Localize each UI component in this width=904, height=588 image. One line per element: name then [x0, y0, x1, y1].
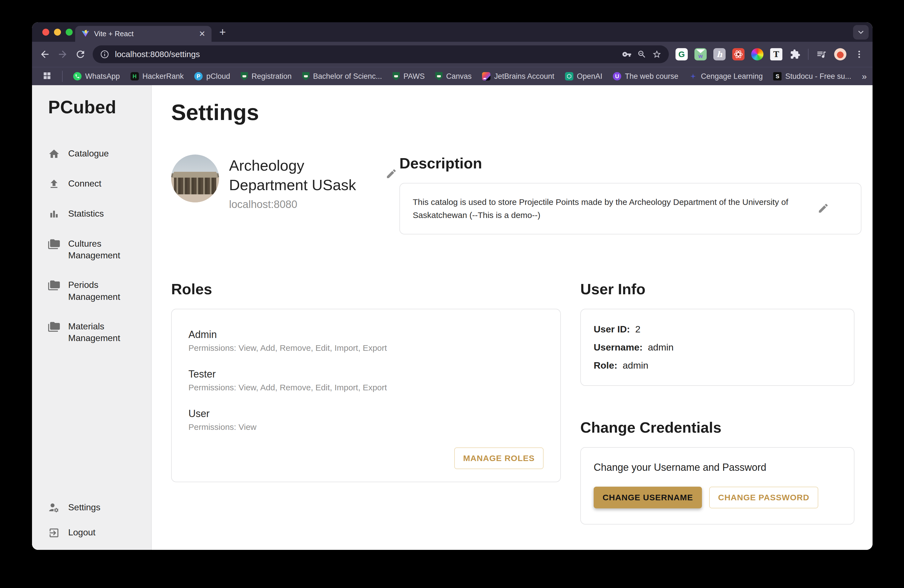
manage-roles-button[interactable]: MANAGE ROLES [454, 447, 544, 469]
user-info-section: User Info User ID: 2 Username: admin Rol… [580, 280, 855, 386]
back-icon[interactable] [39, 49, 51, 60]
user-info-row: User ID: 2 [594, 324, 841, 335]
role-permissions: Permissions: View, Add, Remove, Edit, Im… [188, 343, 544, 353]
zoom-out-icon[interactable] [637, 49, 646, 59]
exit-to-app-icon [48, 527, 60, 539]
hackerrank-icon: H [131, 72, 139, 81]
bookmarks-divider [62, 71, 63, 82]
address-bar[interactable]: localhost:8080/settings [93, 45, 669, 63]
bookmark-item[interactable]: U The web course [613, 72, 678, 81]
usask-crest-icon [392, 72, 400, 81]
role-item: User Permissions: View [188, 408, 544, 432]
role-permissions: Permissions: View, Add, Remove, Edit, Im… [188, 383, 544, 392]
bookmark-item[interactable]: JetBrains Account [482, 72, 554, 81]
close-window-button[interactable] [42, 28, 49, 36]
bookmarks-bar: WhatsApp H HackerRank P pCloud Registrat… [32, 67, 872, 85]
h-extension-icon[interactable]: h [713, 48, 725, 60]
change-password-button[interactable]: CHANGE PASSWORD [709, 487, 818, 508]
reload-icon[interactable] [75, 49, 86, 60]
browser-toolbar: localhost:8080/settings G w h T [32, 42, 872, 67]
tab-strip: Vite + React ✕ + [32, 22, 872, 42]
color-wheel-extension-icon[interactable] [751, 48, 763, 60]
tab-close-icon[interactable]: ✕ [199, 30, 205, 38]
site-info-icon[interactable] [100, 49, 109, 59]
tab-search-button[interactable] [853, 25, 869, 40]
change-username-button[interactable]: CHANGE USERNAME [594, 487, 702, 508]
edit-catalog-name-button[interactable] [383, 166, 400, 183]
password-key-icon[interactable] [622, 49, 632, 59]
fullscreen-window-button[interactable] [66, 28, 73, 36]
bookmark-item[interactable]: P pCloud [194, 72, 230, 81]
text-tool-extension-icon[interactable]: T [770, 48, 782, 60]
usask-crest-icon [435, 72, 443, 81]
roles-heading: Roles [171, 280, 561, 298]
window-controls [42, 28, 73, 36]
sidebar-item-catalogue[interactable]: Catalogue [48, 147, 145, 160]
forward-icon[interactable] [57, 49, 68, 60]
bookmark-item[interactable]: S Studocu - Free su... [773, 72, 851, 81]
openai-icon [565, 72, 573, 81]
apps-grid-icon[interactable] [43, 71, 52, 81]
sidebar-item-logout[interactable]: Logout [48, 526, 145, 539]
extensions-puzzle-icon[interactable] [789, 48, 801, 60]
description-heading: Description [400, 155, 861, 172]
bookmark-item[interactable]: Registration [241, 72, 292, 81]
bookmark-item[interactable]: H HackerRank [131, 72, 184, 81]
change-credentials-section: Change Credentials Change your Username … [580, 419, 855, 525]
bar-chart-icon [48, 208, 60, 220]
sidebar-item-cultures-management[interactable]: Cultures Management [48, 238, 145, 261]
sidebar-item-connect[interactable]: Connect [48, 178, 145, 190]
studocu-icon: S [773, 72, 782, 81]
browser-tab[interactable]: Vite + React ✕ [75, 26, 212, 42]
pcloud-icon: P [194, 72, 202, 81]
role-item: Admin Permissions: View, Add, Remove, Ed… [188, 329, 544, 353]
role-name: User [188, 408, 544, 420]
edit-description-button[interactable] [815, 200, 831, 217]
usask-crest-icon [302, 72, 310, 81]
roles-section: Roles Admin Permissions: View, Add, Remo… [171, 280, 561, 482]
catalog-avatar [171, 155, 219, 202]
catalog-profile: Archeology Department USask localhost:80… [171, 155, 400, 210]
bookmark-item[interactable]: Canvas [435, 72, 472, 81]
user-info-card: User ID: 2 Username: admin Role: admin [580, 309, 855, 386]
media-folder-icon [48, 238, 60, 250]
role-name: Admin [188, 329, 544, 340]
description-section: Description This catalog is used to stor… [400, 155, 861, 234]
new-tab-button[interactable]: + [219, 26, 226, 38]
minimize-window-button[interactable] [54, 28, 61, 36]
media-playlist-icon[interactable] [815, 48, 827, 60]
change-credentials-heading: Change Credentials [580, 419, 855, 436]
catalog-name: Archeology Department USask [229, 156, 373, 194]
app-logo: PCubed [48, 97, 145, 117]
media-folder-icon [48, 280, 60, 291]
role-permissions: Permissions: View [188, 422, 544, 432]
bookmark-star-icon[interactable] [652, 49, 662, 59]
usask-crest-icon [241, 72, 248, 81]
grammarly-extension-icon[interactable]: G [675, 48, 688, 60]
bookmark-item[interactable]: Bachelor of Scienc... [302, 72, 382, 81]
mail-extension-icon[interactable]: w [694, 48, 706, 60]
url-text[interactable]: localhost:8080/settings [115, 49, 616, 59]
sidebar: PCubed Catalogue Connect Statistics Cult… [32, 85, 152, 550]
catalog-host: localhost:8080 [229, 199, 373, 210]
bookmark-item[interactable]: PAWS [392, 72, 425, 81]
chevron-down-icon [857, 28, 865, 36]
home-icon [48, 148, 60, 160]
role-item: Tester Permissions: View, Add, Remove, E… [188, 368, 544, 392]
user-info-heading: User Info [580, 280, 855, 298]
udemy-course-icon: U [613, 72, 621, 81]
bookmarks-overflow-chevron[interactable]: » [862, 71, 867, 82]
bookmark-item[interactable]: Cengage Learning [689, 72, 763, 81]
bookmark-item[interactable]: WhatsApp [73, 72, 120, 81]
sidebar-item-statistics[interactable]: Statistics [48, 208, 145, 220]
sidebar-item-periods-management[interactable]: Periods Management [48, 279, 145, 302]
browser-profile-avatar[interactable] [834, 48, 846, 60]
react-devtools-extension-icon[interactable] [732, 48, 744, 60]
user-info-row: Role: admin [594, 360, 841, 371]
description-card: This catalog is used to store Projectile… [400, 183, 861, 234]
whatsapp-icon [73, 72, 82, 81]
kebab-menu-icon[interactable] [853, 48, 865, 60]
sidebar-item-settings[interactable]: Settings [48, 501, 145, 514]
bookmark-item[interactable]: OpenAI [565, 72, 602, 81]
sidebar-item-materials-management[interactable]: Materials Management [48, 321, 145, 344]
